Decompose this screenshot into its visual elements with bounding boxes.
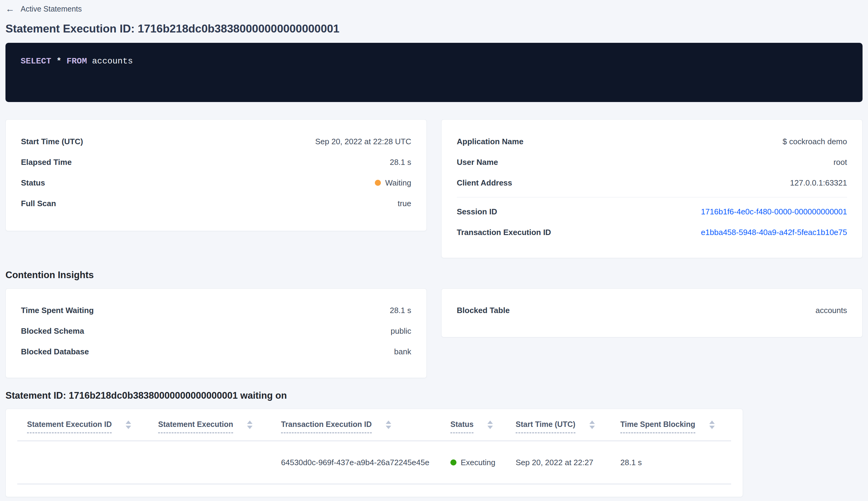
detail-row-client-address: Client Address 127.0.0.1:63321: [457, 172, 847, 193]
column-header-statement-execution[interactable]: Statement Execution: [149, 409, 271, 441]
waiting-on-table: Statement Execution ID Statement Executi…: [17, 409, 731, 484]
detail-value: 28.1 s: [390, 158, 411, 167]
detail-row-time-spent-waiting: Time Spent Waiting 28.1 s: [21, 300, 411, 321]
sql-table-name: accounts: [92, 56, 133, 66]
page-title: Statement Execution ID: 1716b218dc0b3838…: [6, 22, 862, 35]
detail-value: true: [398, 199, 411, 208]
sort-arrows-icon[interactable]: [126, 420, 131, 429]
card-divider: [457, 197, 847, 198]
sql-keyword-from: FROM: [66, 56, 87, 66]
overview-cards-row: Start Time (UTC) Sep 20, 2022 at 22:28 U…: [6, 119, 862, 258]
column-header-status[interactable]: Status: [441, 409, 506, 441]
transaction-execution-id-link[interactable]: e1bba458-5948-40a9-a42f-5feac1b10e75: [701, 228, 847, 237]
column-label: Start Time (UTC): [516, 420, 575, 433]
detail-row-session-id: Session ID 1716b1f6-4e0c-f480-0000-00000…: [457, 201, 847, 222]
column-label: Status: [451, 420, 474, 433]
detail-row-status: Status Waiting: [21, 172, 411, 193]
detail-row-start-time: Start Time (UTC) Sep 20, 2022 at 22:28 U…: [21, 131, 411, 152]
column-header-time-spent-blocking[interactable]: Time Spent Blocking: [611, 409, 731, 441]
back-to-active-statements-link[interactable]: ← Active Statements: [6, 0, 82, 14]
detail-label: Blocked Schema: [21, 327, 84, 336]
back-link-label: Active Statements: [21, 4, 82, 13]
column-label: Statement Execution: [158, 420, 233, 433]
detail-label: Blocked Database: [21, 347, 89, 356]
contention-left-card: Time Spent Waiting 28.1 s Blocked Schema…: [6, 288, 427, 378]
sort-arrows-icon[interactable]: [247, 420, 252, 429]
detail-row-application-name: Application Name $ cockroach demo: [457, 131, 847, 152]
detail-row-blocked-schema: Blocked Schema public: [21, 321, 411, 342]
sql-star: *: [56, 56, 62, 66]
detail-label: Status: [21, 178, 45, 188]
detail-value: 28.1 s: [390, 306, 411, 315]
cell-time-spent-blocking: 28.1 s: [611, 441, 731, 484]
session-id-link[interactable]: 1716b1f6-4e0c-f480-0000-000000000001: [701, 207, 847, 216]
detail-label: Elapsed Time: [21, 158, 72, 167]
detail-label: Full Scan: [21, 199, 56, 208]
detail-value: $ cockroach demo: [783, 137, 847, 146]
detail-value: bank: [394, 347, 411, 356]
cell-statement-execution: [149, 441, 271, 484]
column-header-start-time[interactable]: Start Time (UTC): [506, 409, 611, 441]
detail-row-transaction-execution-id: Transaction Execution ID e1bba458-5948-4…: [457, 222, 847, 243]
detail-value: root: [833, 158, 847, 167]
waiting-on-table-card: Statement Execution ID Statement Executi…: [6, 409, 743, 497]
column-label: Statement Execution ID: [27, 420, 112, 433]
back-arrow-icon: ←: [6, 4, 14, 13]
status-badge: Waiting: [375, 178, 411, 188]
contention-insights-heading: Contention Insights: [6, 270, 862, 280]
detail-label: Blocked Table: [457, 306, 510, 315]
detail-label: Client Address: [457, 178, 512, 188]
cell-transaction-execution-id: 64530d0c-969f-437e-a9b4-26a72245e45e: [271, 441, 441, 484]
statement-overview-card: Start Time (UTC) Sep 20, 2022 at 22:28 U…: [6, 119, 427, 231]
sort-arrows-icon[interactable]: [709, 420, 715, 429]
detail-value: public: [391, 327, 411, 336]
column-label: Time Spent Blocking: [620, 420, 695, 433]
sql-statement-box: SELECT * FROM accounts: [6, 43, 862, 102]
detail-row-user-name: User Name root: [457, 152, 847, 172]
contention-cards-row: Time Spent Waiting 28.1 s Blocked Schema…: [6, 288, 862, 378]
detail-row-blocked-database: Blocked Database bank: [21, 342, 411, 362]
waiting-on-heading: Statement ID: 1716b218dc0b38380000000000…: [6, 390, 862, 401]
status-dot-executing: [451, 459, 456, 466]
detail-label: Application Name: [457, 137, 523, 146]
cell-statement-execution-id: [17, 441, 149, 484]
detail-label: Time Spent Waiting: [21, 306, 94, 315]
contention-right-card: Blocked Table accounts: [441, 288, 862, 337]
detail-value: accounts: [815, 306, 847, 315]
column-header-transaction-execution-id[interactable]: Transaction Execution ID: [271, 409, 441, 441]
status-text: Executing: [461, 458, 495, 467]
detail-label: User Name: [457, 158, 498, 167]
detail-label: Session ID: [457, 207, 497, 216]
detail-label: Transaction Execution ID: [457, 228, 551, 237]
sort-arrows-icon[interactable]: [487, 420, 493, 429]
session-details-card: Application Name $ cockroach demo User N…: [441, 119, 862, 258]
column-label: Transaction Execution ID: [281, 420, 372, 433]
cell-start-time: Sep 20, 2022 at 22:27: [506, 441, 611, 484]
detail-value: 127.0.0.1:63321: [790, 178, 847, 188]
detail-value: Sep 20, 2022 at 22:28 UTC: [315, 137, 411, 146]
table-header-row: Statement Execution ID Statement Executi…: [17, 409, 731, 441]
table-row: 64530d0c-969f-437e-a9b4-26a72245e45e Exe…: [17, 441, 731, 484]
sort-arrows-icon[interactable]: [386, 420, 391, 429]
sort-arrows-icon[interactable]: [589, 420, 595, 429]
column-header-statement-execution-id[interactable]: Statement Execution ID: [17, 409, 149, 441]
statement-execution-details-page: ← Active Statements Statement Execution …: [0, 0, 868, 497]
status-text: Waiting: [385, 178, 411, 188]
status-dot-waiting: [375, 180, 381, 186]
detail-row-blocked-table: Blocked Table accounts: [457, 300, 847, 321]
cell-status: Executing: [441, 441, 506, 484]
sql-keyword-select: SELECT: [21, 56, 51, 66]
detail-row-elapsed-time: Elapsed Time 28.1 s: [21, 152, 411, 172]
detail-row-full-scan: Full Scan true: [21, 193, 411, 214]
detail-label: Start Time (UTC): [21, 137, 83, 146]
